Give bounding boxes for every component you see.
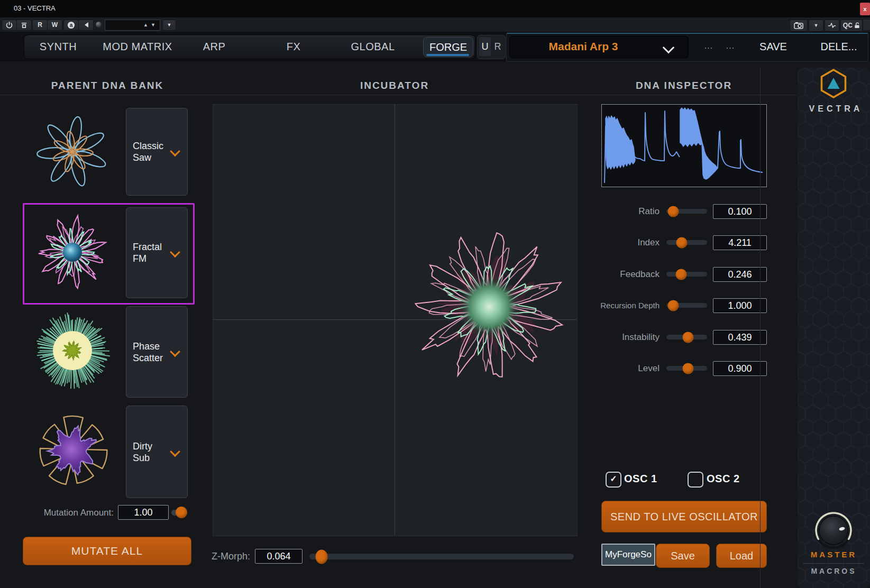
param-slider-instability[interactable] bbox=[666, 335, 707, 339]
param-thumb-feedback[interactable] bbox=[675, 269, 686, 280]
mutation-knob[interactable] bbox=[176, 507, 187, 518]
spinner-down-icon[interactable]: ▼ bbox=[151, 20, 155, 30]
master-macro-knob[interactable] bbox=[811, 507, 856, 554]
param-slider-index[interactable] bbox=[666, 240, 707, 245]
forge-load-button[interactable]: Load bbox=[716, 544, 767, 568]
dna-slot-dropdown-1[interactable]: Classic Saw bbox=[126, 108, 188, 196]
param-value-recursion-depth[interactable]: 1.000 bbox=[713, 298, 767, 313]
param-thumb-ratio[interactable] bbox=[668, 206, 679, 217]
dna-slot-label-1: Classic Saw bbox=[133, 108, 170, 195]
param-label-level: Level bbox=[550, 363, 660, 374]
toolbar-combo[interactable]: ▲ ▼ bbox=[105, 20, 160, 31]
panel-divider bbox=[760, 68, 761, 588]
param-value-instability[interactable]: 0.439 bbox=[713, 330, 767, 345]
back-arrow-icon bbox=[83, 22, 89, 28]
inspector-title: DNA INSPECTOR bbox=[605, 80, 763, 91]
param-label-index: Index bbox=[550, 237, 660, 248]
tab-global[interactable]: GLOBAL bbox=[341, 35, 405, 58]
power-button[interactable] bbox=[2, 20, 17, 31]
quick-controls-button[interactable]: QC bbox=[840, 20, 863, 32]
osc1-label: OSC 1 bbox=[624, 473, 657, 485]
back-arrow-button[interactable] bbox=[78, 20, 94, 31]
osc2-checkbox[interactable] bbox=[688, 472, 703, 488]
osc2-label: OSC 2 bbox=[707, 473, 740, 485]
osc1-checkbox[interactable]: ✓ bbox=[606, 472, 621, 488]
dna-slot-dropdown-3[interactable]: Phase Scatter bbox=[126, 306, 188, 398]
param-slider-recursion-depth[interactable] bbox=[666, 303, 707, 308]
chevron-down-icon bbox=[170, 446, 180, 457]
mutation-amount-field[interactable]: 1.00 bbox=[118, 505, 169, 520]
dna-slot-dropdown-4[interactable]: Dirty Sub bbox=[126, 406, 188, 498]
dna-thumbnail-dirty-sub[interactable] bbox=[22, 407, 123, 495]
read-automation-button[interactable]: R bbox=[32, 20, 48, 31]
status-led bbox=[96, 22, 102, 27]
camera-icon bbox=[794, 22, 803, 29]
dna-slot-label-4: Dirty Sub bbox=[133, 406, 170, 498]
bypass-button[interactable] bbox=[16, 20, 32, 31]
bypass-icon bbox=[21, 22, 28, 29]
undo-button[interactable]: U bbox=[479, 37, 491, 56]
sidebar-divider bbox=[803, 563, 864, 564]
send-to-live-oscillator-button[interactable]: SEND TO LIVE OSCILLATOR bbox=[601, 501, 767, 532]
zmorph-slider-track[interactable] bbox=[309, 554, 574, 559]
redo-button[interactable]: R bbox=[492, 37, 503, 56]
param-value-index[interactable]: 4.211 bbox=[713, 235, 767, 250]
circled-a-button[interactable]: a bbox=[63, 20, 79, 31]
param-slider-feedback[interactable] bbox=[666, 272, 707, 277]
param-value-feedback[interactable]: 0.246 bbox=[713, 267, 767, 282]
master-label: MASTER bbox=[798, 550, 870, 559]
waveform-plot bbox=[602, 105, 766, 187]
chevron-down-icon bbox=[170, 247, 180, 258]
dna-thumbnail-classic-saw[interactable] bbox=[22, 108, 123, 196]
preset-delete-button[interactable]: DELE... bbox=[817, 40, 861, 53]
tab-strip bbox=[24, 35, 475, 59]
toolbar-dropdown-arrow[interactable]: ▼ bbox=[162, 20, 176, 31]
param-thumb-index[interactable] bbox=[676, 237, 688, 248]
param-label-ratio: Ratio bbox=[550, 206, 660, 217]
triangle-icon bbox=[828, 78, 840, 89]
param-thumb-level[interactable] bbox=[682, 363, 693, 374]
write-automation-button[interactable]: W bbox=[47, 20, 62, 31]
tab-arp[interactable]: ARP bbox=[185, 35, 243, 58]
preset-save-button[interactable]: SAVE bbox=[755, 40, 792, 53]
macros-label: MACROS bbox=[798, 567, 870, 575]
dna-thumbnail-phase-scatter[interactable] bbox=[22, 307, 123, 394]
circled-a-icon: a bbox=[67, 21, 75, 29]
forge-preset-name-input[interactable] bbox=[601, 544, 655, 566]
modulation-button[interactable] bbox=[825, 20, 839, 32]
spinner-up-icon[interactable]: ▲ bbox=[143, 20, 148, 30]
param-value-level[interactable]: 0.900 bbox=[713, 361, 767, 376]
forge-active-underline bbox=[426, 54, 469, 56]
plugin-window: 03 - VECTRA x R W a ▲ ▼ ▼ ▼ bbox=[0, 0, 870, 588]
preset-next-button[interactable]: ... bbox=[721, 41, 739, 51]
param-label-feedback: Feedback bbox=[550, 269, 660, 280]
vectra-logo-icon bbox=[818, 68, 849, 100]
window-titlebar bbox=[0, 0, 870, 18]
param-thumb-instability[interactable] bbox=[682, 332, 693, 343]
tab-mod-matrix[interactable]: MOD MATRIX bbox=[98, 35, 177, 58]
zmorph-value-field[interactable]: 0.064 bbox=[255, 549, 303, 564]
chevron-down-icon bbox=[170, 346, 180, 357]
tab-synth[interactable]: SYNTH bbox=[26, 35, 90, 58]
mutate-all-button[interactable]: MUTATE ALL bbox=[23, 537, 191, 565]
preset-name[interactable]: Madani Arp 3 bbox=[520, 36, 647, 57]
dna-slot-dropdown-2[interactable]: Fractal FM bbox=[126, 207, 188, 298]
toolbar-empty-slot[interactable] bbox=[863, 19, 870, 31]
incubator-morph-shape[interactable] bbox=[410, 227, 569, 386]
dna-bank-title: PARENT DNA BANK bbox=[33, 80, 181, 91]
dna-slot-label-3: Phase Scatter bbox=[133, 307, 170, 397]
param-value-ratio[interactable]: 0.100 bbox=[713, 204, 767, 219]
param-thumb-recursion-depth[interactable] bbox=[668, 300, 679, 311]
forge-save-button[interactable]: Save bbox=[656, 544, 710, 568]
tab-fx[interactable]: FX bbox=[264, 35, 323, 58]
svg-text:a: a bbox=[70, 22, 73, 28]
window-close-button[interactable]: x bbox=[860, 3, 870, 15]
qc-label: QC bbox=[843, 22, 853, 29]
snapshot-button[interactable] bbox=[790, 20, 808, 32]
zmorph-slider-thumb[interactable] bbox=[315, 549, 327, 564]
snapshot-dropdown[interactable]: ▼ bbox=[809, 20, 823, 32]
preset-prev-button[interactable]: ... bbox=[700, 41, 718, 51]
dna-thumbnail-fractal-fm[interactable] bbox=[22, 208, 123, 296]
param-slider-level[interactable] bbox=[666, 366, 707, 371]
param-slider-ratio[interactable] bbox=[666, 209, 707, 214]
